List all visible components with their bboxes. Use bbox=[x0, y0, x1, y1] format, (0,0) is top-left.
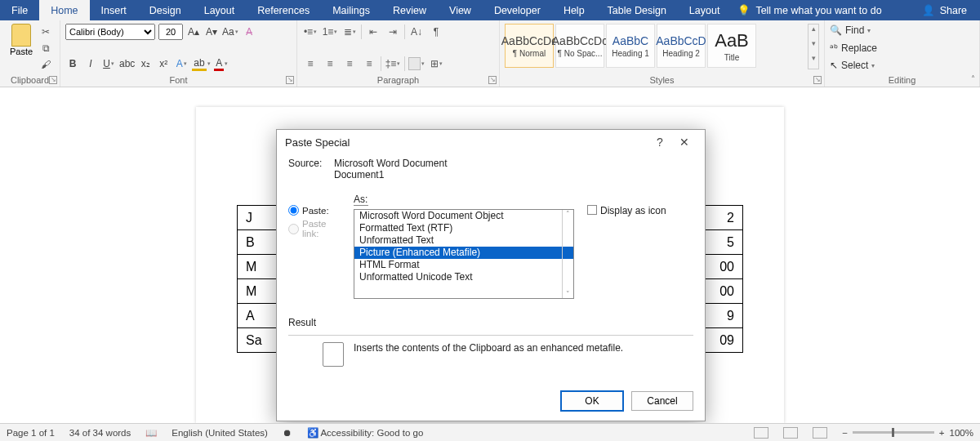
text-effects-button[interactable]: A bbox=[174, 56, 189, 72]
format-option[interactable]: Unformatted Text bbox=[354, 234, 573, 247]
font-color-button[interactable]: A bbox=[214, 56, 229, 72]
source-label: Source: bbox=[288, 158, 326, 180]
font-size-input[interactable] bbox=[158, 24, 183, 40]
tab-help[interactable]: Help bbox=[552, 0, 596, 20]
justify-button[interactable]: ≡ bbox=[361, 56, 377, 72]
format-option[interactable]: HTML Format bbox=[354, 259, 573, 271]
strikethrough-button[interactable]: abc bbox=[119, 56, 135, 72]
style-heading-2[interactable]: AaBbCcDHeading 2 bbox=[657, 24, 706, 68]
show-hide-button[interactable]: ¶ bbox=[428, 24, 444, 40]
language-indicator[interactable]: English (United States) bbox=[172, 428, 268, 438]
print-layout-button[interactable] bbox=[783, 427, 798, 439]
tab-view[interactable]: View bbox=[438, 0, 483, 20]
result-text: Inserts the contents of the Clipboard as… bbox=[354, 342, 623, 354]
increase-indent-button[interactable]: ⇥ bbox=[385, 24, 401, 40]
multilevel-list-button[interactable]: ≣ bbox=[341, 24, 358, 40]
borders-button[interactable]: ⊞ bbox=[428, 56, 444, 72]
zoom-slider[interactable] bbox=[853, 431, 934, 434]
tab-file[interactable]: File bbox=[0, 0, 39, 20]
bold-button[interactable]: B bbox=[65, 56, 80, 72]
tab-mailings[interactable]: Mailings bbox=[321, 0, 381, 20]
bullets-button[interactable]: •≡ bbox=[302, 24, 318, 40]
change-case-button[interactable]: Aa bbox=[222, 24, 238, 40]
style-title[interactable]: AaBTitle bbox=[707, 24, 756, 68]
accessibility-status[interactable]: ♿ Accessibility: Good to go bbox=[307, 427, 423, 439]
format-option[interactable]: Formatted Text (RTF) bbox=[354, 222, 573, 234]
grow-font-button[interactable]: A▴ bbox=[186, 24, 201, 40]
select-button[interactable]: ↖Select▾ bbox=[830, 57, 974, 74]
format-painter-button[interactable]: 🖌 bbox=[39, 58, 52, 71]
format-option[interactable]: Microsoft Word Document Object bbox=[354, 210, 573, 222]
clipboard-dialog-launcher[interactable]: ↘ bbox=[49, 76, 57, 84]
help-button[interactable]: ? bbox=[648, 136, 672, 149]
subscript-button[interactable]: x₂ bbox=[138, 56, 153, 72]
line-spacing-button[interactable]: ‡≡ bbox=[385, 56, 401, 72]
underline-button[interactable]: U bbox=[101, 56, 116, 72]
paste-radio[interactable]: Paste: bbox=[288, 205, 345, 216]
cursor-icon: ↖ bbox=[830, 60, 838, 71]
paste-link-radio: Paste link: bbox=[288, 219, 345, 238]
font-dialog-launcher[interactable]: ↘ bbox=[286, 76, 294, 84]
style---no-spac---[interactable]: AaBbCcDc¶ No Spac... bbox=[555, 24, 604, 68]
read-mode-button[interactable] bbox=[754, 427, 768, 439]
font-name-select[interactable]: Calibri (Body) bbox=[65, 24, 155, 40]
source-value-1: Microsoft Word Document bbox=[334, 158, 448, 169]
tab-insert[interactable]: Insert bbox=[90, 0, 138, 20]
copy-button[interactable]: ⧉ bbox=[39, 42, 52, 55]
zoom-out-button[interactable]: − bbox=[842, 428, 848, 438]
tab-table-design[interactable]: Table Design bbox=[596, 0, 678, 20]
spellcheck-icon[interactable]: 📖 bbox=[145, 427, 157, 439]
tab-references[interactable]: References bbox=[246, 0, 321, 20]
group-label: Paragraph bbox=[297, 75, 499, 85]
replace-button[interactable]: ᵃᵇReplace bbox=[830, 40, 974, 56]
group-label: Styles bbox=[500, 75, 824, 85]
find-button[interactable]: 🔍Find▾ bbox=[830, 22, 974, 38]
web-layout-button[interactable] bbox=[813, 427, 827, 439]
styles-dialog-launcher[interactable]: ↘ bbox=[813, 76, 822, 84]
zoom-control[interactable]: − + 100% bbox=[842, 428, 973, 438]
style-heading-1[interactable]: AaBbCHeading 1 bbox=[606, 24, 655, 68]
format-listbox[interactable]: Microsoft Word Document ObjectFormatted … bbox=[354, 209, 574, 299]
italic-button[interactable]: I bbox=[83, 56, 98, 72]
zoom-level[interactable]: 100% bbox=[950, 428, 973, 438]
align-center-button[interactable]: ≡ bbox=[322, 56, 338, 72]
group-clipboard: Paste ✂ ⧉ 🖌 Clipboard ↘ bbox=[0, 20, 60, 87]
zoom-in-button[interactable]: + bbox=[939, 428, 945, 438]
style---normal[interactable]: AaBbCcDc¶ Normal bbox=[505, 24, 554, 68]
listbox-scrollbar[interactable]: ˄˅ bbox=[562, 210, 573, 298]
format-option[interactable]: Picture (Enhanced Metafile) bbox=[354, 247, 573, 259]
decrease-indent-button[interactable]: ⇤ bbox=[365, 24, 381, 40]
align-left-button[interactable]: ≡ bbox=[302, 56, 318, 72]
cancel-button[interactable]: Cancel bbox=[631, 391, 693, 411]
tab-table-layout[interactable]: Layout bbox=[678, 0, 732, 20]
tell-me-placeholder: Tell me what you want to do bbox=[755, 5, 881, 16]
shrink-font-button[interactable]: A▾ bbox=[204, 24, 219, 40]
paragraph-dialog-launcher[interactable]: ↘ bbox=[488, 76, 497, 84]
format-option[interactable]: Unformatted Unicode Text bbox=[354, 271, 573, 283]
tab-review[interactable]: Review bbox=[381, 0, 438, 20]
page-indicator[interactable]: Page 1 of 1 bbox=[7, 428, 55, 438]
word-count[interactable]: 34 of 34 words bbox=[69, 428, 131, 438]
superscript-button[interactable]: x² bbox=[156, 56, 171, 72]
status-bar: Page 1 of 1 34 of 34 words 📖 English (Un… bbox=[0, 423, 980, 441]
close-button[interactable]: ✕ bbox=[672, 136, 697, 149]
ok-button[interactable]: OK bbox=[561, 391, 623, 411]
shading-button[interactable] bbox=[408, 56, 425, 72]
share-button[interactable]: 👤 Share bbox=[909, 0, 980, 20]
tab-home[interactable]: Home bbox=[39, 0, 89, 20]
clear-formatting-button[interactable]: A̶ bbox=[242, 24, 256, 40]
tab-layout[interactable]: Layout bbox=[193, 0, 247, 20]
tell-me-search[interactable]: 💡 Tell me what you want to do bbox=[731, 0, 908, 20]
align-right-button[interactable]: ≡ bbox=[341, 56, 358, 72]
styles-expand[interactable]: ▴▾▾ bbox=[808, 24, 819, 69]
highlight-button[interactable]: ab bbox=[192, 56, 210, 72]
sort-button[interactable]: A↓ bbox=[408, 24, 425, 40]
tab-developer[interactable]: Developer bbox=[483, 0, 552, 20]
numbering-button[interactable]: 1≡ bbox=[322, 24, 338, 40]
record-macro-icon[interactable]: ⏺ bbox=[283, 428, 292, 438]
paste-button[interactable]: Paste bbox=[5, 22, 38, 71]
tab-design[interactable]: Design bbox=[138, 0, 193, 20]
display-as-icon-checkbox[interactable] bbox=[587, 205, 597, 215]
cut-button[interactable]: ✂ bbox=[39, 25, 52, 38]
collapse-ribbon-button[interactable]: ˄ bbox=[971, 74, 975, 83]
